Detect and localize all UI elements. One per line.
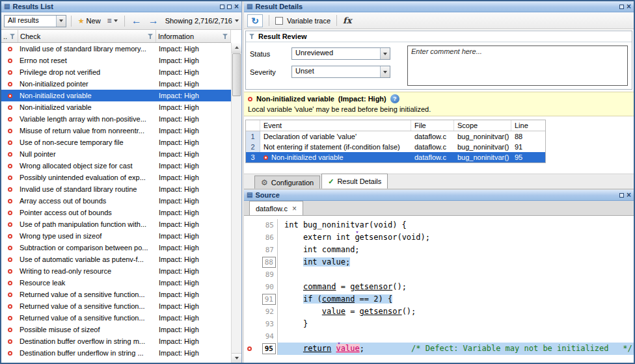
results-list-row[interactable]: Errno not resetImpact: High <box>1 55 231 66</box>
source-line[interactable]: 92 value = getsensor(); <box>244 306 634 318</box>
results-list-row[interactable]: Destination buffer underflow in string .… <box>1 347 231 359</box>
dropdown-arrow-icon[interactable] <box>56 16 66 27</box>
float-icon[interactable] <box>619 5 624 9</box>
results-list-row[interactable]: Subtraction or comparison between po...I… <box>1 242 231 254</box>
results-list-row[interactable]: Invalid use of standard library routineI… <box>1 183 231 195</box>
event-row[interactable]: 3Non-initialized variabledataflow.cbug_n… <box>246 152 545 162</box>
dropdown-arrow-icon[interactable] <box>380 66 390 77</box>
results-list-row[interactable]: Wrong allocated object size for castImpa… <box>1 160 231 172</box>
defect-icon <box>8 304 12 309</box>
close-icon[interactable]: × <box>234 4 239 10</box>
showing-dropdown-icon[interactable] <box>235 20 239 22</box>
column-header-icon[interactable]: .. <box>1 30 18 42</box>
results-list-row[interactable]: Resource leakImpact: High <box>1 277 231 289</box>
source-line[interactable]: 89 <box>244 268 634 281</box>
results-list-row[interactable]: Invalid use of standard library memory..… <box>1 43 231 55</box>
column-header-check[interactable]: Check <box>18 30 156 42</box>
results-list-row[interactable]: Non-initialized pointerImpact: High <box>1 78 231 90</box>
events-body: 1Declaration of variable 'value'dataflow… <box>246 131 545 162</box>
refresh-button[interactable]: ↻ <box>247 14 263 27</box>
source-line[interactable]: 90 command = getsensor(); <box>244 281 634 293</box>
results-list-row[interactable]: Misuse of return value from nonreentr...… <box>1 125 231 136</box>
tab-result-details[interactable]: ✓ Result Details <box>321 174 388 188</box>
results-list-row[interactable]: Variable length array with non-positive.… <box>1 113 231 125</box>
source-line[interactable]: 88 int value; <box>244 256 634 268</box>
result-info: Impact: High <box>156 92 231 99</box>
results-list-row[interactable]: Use of automatic variable as putenv-f...… <box>1 254 231 265</box>
variable-trace-checkbox[interactable] <box>275 17 283 25</box>
column-header-scope[interactable]: Scope <box>454 120 511 131</box>
result-check: Writing to read-only resource <box>18 267 156 275</box>
column-header-event[interactable]: Event <box>260 120 411 131</box>
scrollbar-thumb[interactable] <box>232 53 241 96</box>
event-row[interactable]: 2Not entering if statement (if-condition… <box>246 142 545 152</box>
view-options-button[interactable]: ≡ <box>105 16 120 26</box>
close-icon[interactable]: × <box>627 192 631 198</box>
scroll-down-icon[interactable] <box>232 353 241 363</box>
results-list-row[interactable]: Privilege drop not verifiedImpact: High <box>1 66 231 78</box>
results-list-row[interactable]: Non-initialized variableImpact: High <box>1 101 231 113</box>
next-result-button[interactable]: → <box>146 16 161 26</box>
event-line: 88 <box>511 133 545 140</box>
event-text: Non-initialized variable <box>271 153 344 161</box>
column-header-file[interactable]: File <box>411 120 454 131</box>
source-line[interactable]: 86 extern int getsensor(void); <box>244 231 634 244</box>
maximize-icon[interactable] <box>227 5 232 9</box>
results-list-row[interactable]: Non-initialized variableImpact: High <box>1 90 231 101</box>
dropdown-arrow-icon[interactable] <box>380 48 390 59</box>
scroll-up-icon[interactable] <box>232 43 241 53</box>
results-list-row[interactable]: Possibly unintended evaluation of exp...… <box>1 172 231 183</box>
source-line[interactable]: 85int bug_noninitvar(void) { <box>244 219 634 231</box>
event-scope: bug_noninitvar() <box>454 153 511 161</box>
source-line[interactable]: 94 <box>244 330 634 343</box>
annotation-gutter <box>244 293 254 306</box>
results-list-row[interactable]: Wrong type used in sizeofImpact: High <box>1 230 231 242</box>
severity-dropdown[interactable]: Unset <box>291 66 390 78</box>
filter-icon[interactable] <box>10 33 16 40</box>
defect-icon <box>8 82 12 86</box>
results-list-row[interactable]: Writing to read-only resourceImpact: Hig… <box>1 265 231 277</box>
close-icon[interactable]: × <box>627 4 631 10</box>
event-file: dataflow.c <box>411 153 454 161</box>
filter-icon[interactable] <box>223 33 228 40</box>
status-row: Status Unreviewed <box>250 47 401 60</box>
line-number: 86 <box>254 231 278 244</box>
previous-result-button[interactable]: ← <box>129 16 144 26</box>
results-list-row[interactable]: Use of path manipulation function with..… <box>1 218 231 230</box>
result-icon-cell <box>1 316 18 320</box>
source-line[interactable]: 93 } <box>244 318 634 330</box>
source-line[interactable]: 91 if (command == 2) { <box>244 293 634 306</box>
results-list-row[interactable]: Pointer access out of boundsImpact: High <box>1 207 231 218</box>
float-icon[interactable] <box>220 5 224 9</box>
tab-dataflow-c[interactable]: dataflow.c × <box>249 201 303 215</box>
column-header-line[interactable]: Line <box>511 120 545 131</box>
fx-icon[interactable]: fx <box>343 16 351 25</box>
source-line[interactable]: 87 int command; <box>244 244 634 256</box>
result-check: Non-initialized pointer <box>18 80 156 88</box>
new-button[interactable]: ★ New <box>76 16 103 26</box>
result-check: Possibly unintended evaluation of exp... <box>18 174 156 181</box>
results-list-row[interactable]: Returned value of a sensitive function..… <box>1 289 231 300</box>
help-icon[interactable]: ? <box>390 94 399 103</box>
close-tab-icon[interactable]: × <box>292 205 297 213</box>
results-list-row[interactable]: Destination buffer overflow in string m.… <box>1 335 231 347</box>
filter-icon[interactable] <box>148 33 154 40</box>
tab-label: Result Details <box>337 177 381 185</box>
source-line[interactable]: 95 return value; /* Defect: Variable may… <box>244 343 634 355</box>
line-number: 87 <box>254 244 278 256</box>
results-list-row[interactable]: Returned value of a sensitive function..… <box>1 312 231 324</box>
comment-input[interactable]: Enter comment here... <box>407 46 628 86</box>
results-list-row[interactable]: Use of non-secure temporary fileImpact: … <box>1 136 231 148</box>
result-info: Impact: High <box>156 220 231 228</box>
results-list-row[interactable]: Returned value of a sensitive function..… <box>1 300 231 312</box>
results-list-row[interactable]: Array access out of boundsImpact: High <box>1 195 231 207</box>
results-filter-dropdown[interactable]: All results <box>4 15 66 27</box>
results-scrollbar[interactable] <box>231 43 241 363</box>
tab-configuration[interactable]: ⚙ Configuration <box>254 176 320 188</box>
float-icon[interactable] <box>619 193 624 198</box>
status-dropdown[interactable]: Unreviewed <box>291 47 390 60</box>
results-list-row[interactable]: Null pointerImpact: High <box>1 148 231 160</box>
column-header-information[interactable]: Information <box>156 30 231 42</box>
event-row[interactable]: 1Declaration of variable 'value'dataflow… <box>246 131 545 142</box>
results-list-row[interactable]: Possible misuse of sizeofImpact: High <box>1 324 231 335</box>
